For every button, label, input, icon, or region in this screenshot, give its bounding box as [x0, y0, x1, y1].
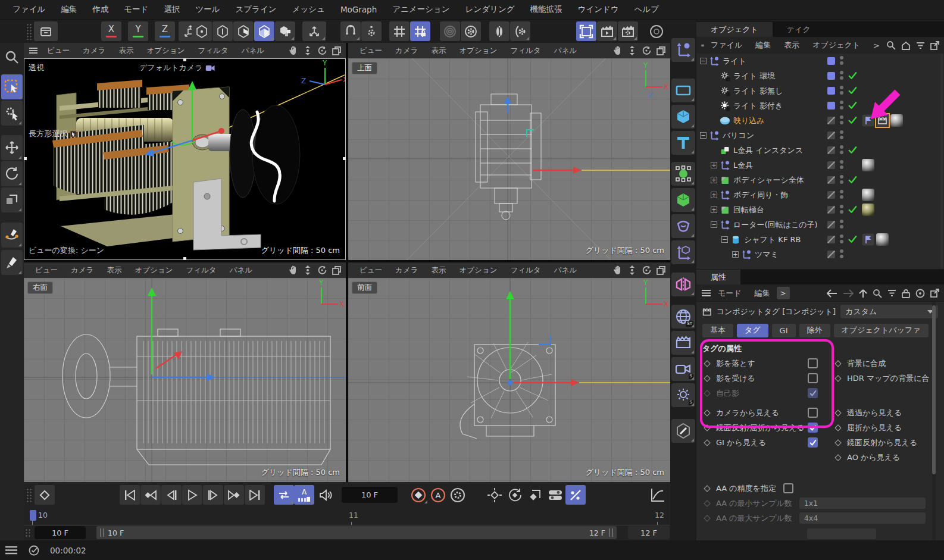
- dolly-icon[interactable]: [304, 46, 312, 55]
- om-menu-file[interactable]: ファイル: [704, 40, 749, 51]
- menu-item-5[interactable]: ツール: [187, 4, 227, 15]
- value-field[interactable]: 1x1: [799, 498, 926, 509]
- cube-primitive-button[interactable]: [671, 105, 695, 129]
- orbit-icon[interactable]: [317, 265, 327, 275]
- snap-button[interactable]: [340, 21, 361, 41]
- expand-toggle[interactable]: +: [732, 251, 739, 258]
- rotate-tool[interactable]: [1, 161, 23, 186]
- mirror-tool-button[interactable]: [489, 21, 509, 41]
- edges-mode-button[interactable]: [212, 21, 233, 41]
- viewport-menu-3[interactable]: オプション: [452, 46, 504, 56]
- camera-object-button[interactable]: S: [671, 357, 695, 381]
- checkbox[interactable]: [808, 358, 818, 368]
- menu-item-10[interactable]: レンダリング: [458, 4, 523, 15]
- deformer-button[interactable]: [671, 214, 695, 238]
- lock-y-axis-button[interactable]: Y: [128, 21, 148, 41]
- object-row-13[interactable]: +ツマミ: [696, 247, 944, 262]
- filter-icon[interactable]: [916, 42, 925, 49]
- play-button[interactable]: [182, 485, 202, 505]
- object-row-4[interactable]: 映り込み: [696, 113, 944, 128]
- render-settings-button[interactable]: [618, 21, 638, 41]
- lock-icon[interactable]: [902, 289, 910, 298]
- om-menu-edit[interactable]: 編集: [749, 40, 777, 51]
- checkbox[interactable]: [808, 437, 818, 448]
- display-tag[interactable]: [862, 114, 874, 127]
- preset-dropdown[interactable]: カスタム: [840, 305, 938, 318]
- filter-icon[interactable]: [887, 289, 896, 297]
- sketch-tool[interactable]: [1, 250, 23, 275]
- tab-basic[interactable]: 基本: [702, 324, 733, 337]
- enabled-check-icon[interactable]: [848, 71, 858, 81]
- panel-menu-icon[interactable]: [29, 47, 38, 54]
- object-row-2[interactable]: ライト 影無し: [696, 83, 944, 98]
- viewport-menu-4[interactable]: フィルタ: [191, 46, 235, 56]
- expand-toggle[interactable]: +: [711, 192, 717, 198]
- camera-label[interactable]: デフォルトカメラ: [139, 62, 215, 73]
- up-arrow-icon[interactable]: [859, 289, 867, 298]
- lock-z-axis-button[interactable]: Z: [155, 21, 175, 41]
- visibility-dots[interactable]: [840, 86, 843, 95]
- expand-toggle[interactable]: −: [700, 58, 707, 64]
- dolly-icon[interactable]: [628, 46, 636, 55]
- enabled-check-icon[interactable]: [848, 175, 858, 185]
- falloff-settings-button[interactable]: [461, 21, 481, 41]
- viewport-top-canvas[interactable]: Y X Z 上面 グリッド間隔 : 50 cm: [348, 58, 670, 260]
- am-menu-mode[interactable]: モード: [711, 288, 748, 299]
- value-field[interactable]: 4x4: [799, 512, 926, 524]
- visibility-dots[interactable]: [840, 249, 843, 258]
- object-name[interactable]: シャフト KF RB: [744, 234, 801, 245]
- object-name[interactable]: L金具: [733, 160, 753, 171]
- visibility-dots[interactable]: [840, 205, 843, 214]
- render-view-button[interactable]: [576, 21, 596, 41]
- layer-swatch[interactable]: [827, 72, 835, 80]
- viewport-nav-icons[interactable]: [289, 265, 341, 275]
- viewport-menu-1[interactable]: カメラ: [389, 265, 424, 276]
- tab-attributes[interactable]: 属性: [696, 270, 740, 284]
- range-end-field[interactable]: 12 F: [628, 526, 670, 539]
- enabled-check-icon[interactable]: [848, 234, 858, 245]
- tab-object-buffer[interactable]: オブジェクトバッファ: [834, 324, 929, 337]
- range-start-field[interactable]: 10 F: [35, 526, 86, 539]
- layer-swatch[interactable]: [827, 132, 835, 139]
- object-name[interactable]: ツマミ: [755, 249, 779, 260]
- visibility-dots[interactable]: [840, 115, 843, 124]
- range-slider[interactable]: 10 F 12 F: [96, 526, 617, 539]
- menu-item-0[interactable]: ファイル: [5, 4, 53, 15]
- viewport-menu-1[interactable]: カメラ: [389, 46, 424, 56]
- axis-modifier-button[interactable]: [671, 240, 695, 264]
- viewport-menu-3[interactable]: オプション: [452, 265, 504, 276]
- lock-workplane-button[interactable]: [410, 21, 430, 41]
- layer-swatch[interactable]: [827, 191, 835, 199]
- viewport-menu-5[interactable]: パネル: [235, 46, 271, 56]
- object-name[interactable]: ライト 影無し: [733, 86, 783, 96]
- object-row-11[interactable]: −ローター(回転はこの子): [696, 217, 944, 232]
- am-scrollbar-thumb[interactable]: [932, 305, 936, 474]
- maximize-view-icon[interactable]: [332, 266, 341, 275]
- pan-hand-icon[interactable]: [289, 46, 298, 55]
- object-name[interactable]: 回転極台: [733, 205, 764, 215]
- lock-x-axis-button[interactable]: X: [101, 21, 121, 41]
- texture-tag[interactable]: [862, 159, 874, 171]
- maximize-view-icon[interactable]: [332, 46, 341, 55]
- am-scrollbar[interactable]: [932, 302, 936, 560]
- object-name[interactable]: ライト 影付き: [733, 101, 783, 111]
- tab-gi[interactable]: GI: [772, 324, 796, 337]
- visibility-dots[interactable]: [840, 234, 843, 243]
- viewport-menu-1[interactable]: カメラ: [64, 265, 100, 276]
- pan-hand-icon[interactable]: [613, 46, 623, 55]
- orbit-icon[interactable]: [317, 46, 327, 55]
- search-icon[interactable]: [886, 40, 896, 50]
- key-rotation-button[interactable]: [505, 485, 525, 505]
- status-menu-icon[interactable]: [5, 546, 18, 555]
- target-icon[interactable]: [915, 289, 925, 298]
- object-row-5[interactable]: −バリコン: [696, 128, 944, 143]
- layer-swatch[interactable]: [827, 221, 835, 229]
- view-handle[interactable]: [183, 257, 186, 260]
- next-key-button[interactable]: [224, 485, 244, 505]
- expand-toggle[interactable]: +: [711, 177, 717, 183]
- enabled-check-icon[interactable]: [848, 205, 858, 215]
- texture-tag[interactable]: [876, 233, 889, 246]
- viewport-menu-5[interactable]: パネル: [223, 265, 259, 276]
- object-row-6[interactable]: L金具 インスタンス: [696, 143, 944, 158]
- popout-icon[interactable]: [930, 289, 939, 298]
